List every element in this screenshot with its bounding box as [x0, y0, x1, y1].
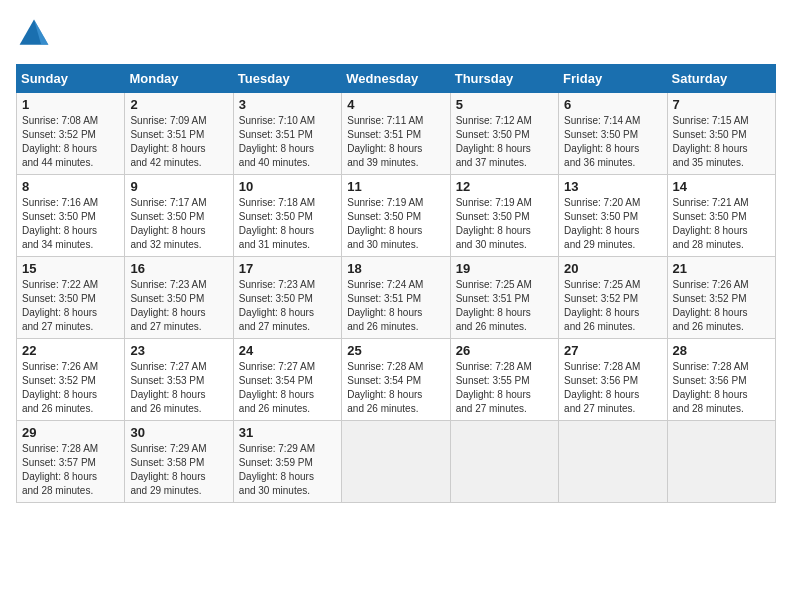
calendar-cell: 5Sunrise: 7:12 AMSunset: 3:50 PMDaylight… — [450, 93, 558, 175]
day-number: 31 — [239, 425, 336, 440]
day-info: Sunrise: 7:26 AMSunset: 3:52 PMDaylight:… — [673, 278, 770, 334]
day-info: Sunrise: 7:15 AMSunset: 3:50 PMDaylight:… — [673, 114, 770, 170]
day-info: Sunrise: 7:23 AMSunset: 3:50 PMDaylight:… — [130, 278, 227, 334]
calendar-cell: 2Sunrise: 7:09 AMSunset: 3:51 PMDaylight… — [125, 93, 233, 175]
calendar-cell: 15Sunrise: 7:22 AMSunset: 3:50 PMDayligh… — [17, 257, 125, 339]
calendar-header: SundayMondayTuesdayWednesdayThursdayFrid… — [17, 65, 776, 93]
weekday-tuesday: Tuesday — [233, 65, 341, 93]
day-info: Sunrise: 7:28 AMSunset: 3:55 PMDaylight:… — [456, 360, 553, 416]
weekday-thursday: Thursday — [450, 65, 558, 93]
day-info: Sunrise: 7:27 AMSunset: 3:54 PMDaylight:… — [239, 360, 336, 416]
calendar-cell: 9Sunrise: 7:17 AMSunset: 3:50 PMDaylight… — [125, 175, 233, 257]
calendar-cell — [667, 421, 775, 503]
day-number: 24 — [239, 343, 336, 358]
day-number: 2 — [130, 97, 227, 112]
day-number: 23 — [130, 343, 227, 358]
calendar-cell: 20Sunrise: 7:25 AMSunset: 3:52 PMDayligh… — [559, 257, 667, 339]
day-info: Sunrise: 7:23 AMSunset: 3:50 PMDaylight:… — [239, 278, 336, 334]
day-info: Sunrise: 7:25 AMSunset: 3:51 PMDaylight:… — [456, 278, 553, 334]
day-info: Sunrise: 7:09 AMSunset: 3:51 PMDaylight:… — [130, 114, 227, 170]
day-info: Sunrise: 7:10 AMSunset: 3:51 PMDaylight:… — [239, 114, 336, 170]
day-info: Sunrise: 7:14 AMSunset: 3:50 PMDaylight:… — [564, 114, 661, 170]
day-info: Sunrise: 7:20 AMSunset: 3:50 PMDaylight:… — [564, 196, 661, 252]
day-number: 10 — [239, 179, 336, 194]
day-info: Sunrise: 7:19 AMSunset: 3:50 PMDaylight:… — [456, 196, 553, 252]
day-info: Sunrise: 7:08 AMSunset: 3:52 PMDaylight:… — [22, 114, 119, 170]
calendar-week-row: 29Sunrise: 7:28 AMSunset: 3:57 PMDayligh… — [17, 421, 776, 503]
calendar-cell — [450, 421, 558, 503]
calendar-cell: 18Sunrise: 7:24 AMSunset: 3:51 PMDayligh… — [342, 257, 450, 339]
calendar-cell — [559, 421, 667, 503]
calendar-cell: 30Sunrise: 7:29 AMSunset: 3:58 PMDayligh… — [125, 421, 233, 503]
day-number: 8 — [22, 179, 119, 194]
weekday-wednesday: Wednesday — [342, 65, 450, 93]
day-info: Sunrise: 7:28 AMSunset: 3:54 PMDaylight:… — [347, 360, 444, 416]
page-header — [16, 16, 776, 52]
day-info: Sunrise: 7:29 AMSunset: 3:58 PMDaylight:… — [130, 442, 227, 498]
calendar-week-row: 22Sunrise: 7:26 AMSunset: 3:52 PMDayligh… — [17, 339, 776, 421]
calendar-week-row: 8Sunrise: 7:16 AMSunset: 3:50 PMDaylight… — [17, 175, 776, 257]
calendar-week-row: 15Sunrise: 7:22 AMSunset: 3:50 PMDayligh… — [17, 257, 776, 339]
weekday-header-row: SundayMondayTuesdayWednesdayThursdayFrid… — [17, 65, 776, 93]
weekday-monday: Monday — [125, 65, 233, 93]
weekday-friday: Friday — [559, 65, 667, 93]
calendar-cell — [342, 421, 450, 503]
day-number: 15 — [22, 261, 119, 276]
weekday-sunday: Sunday — [17, 65, 125, 93]
calendar-cell: 13Sunrise: 7:20 AMSunset: 3:50 PMDayligh… — [559, 175, 667, 257]
calendar-cell: 19Sunrise: 7:25 AMSunset: 3:51 PMDayligh… — [450, 257, 558, 339]
day-info: Sunrise: 7:16 AMSunset: 3:50 PMDaylight:… — [22, 196, 119, 252]
day-number: 5 — [456, 97, 553, 112]
day-number: 26 — [456, 343, 553, 358]
day-number: 28 — [673, 343, 770, 358]
day-number: 7 — [673, 97, 770, 112]
calendar-cell: 23Sunrise: 7:27 AMSunset: 3:53 PMDayligh… — [125, 339, 233, 421]
calendar-cell: 6Sunrise: 7:14 AMSunset: 3:50 PMDaylight… — [559, 93, 667, 175]
day-number: 6 — [564, 97, 661, 112]
calendar-cell: 14Sunrise: 7:21 AMSunset: 3:50 PMDayligh… — [667, 175, 775, 257]
calendar-cell: 31Sunrise: 7:29 AMSunset: 3:59 PMDayligh… — [233, 421, 341, 503]
day-number: 11 — [347, 179, 444, 194]
calendar-week-row: 1Sunrise: 7:08 AMSunset: 3:52 PMDaylight… — [17, 93, 776, 175]
day-number: 13 — [564, 179, 661, 194]
calendar-cell: 21Sunrise: 7:26 AMSunset: 3:52 PMDayligh… — [667, 257, 775, 339]
day-info: Sunrise: 7:26 AMSunset: 3:52 PMDaylight:… — [22, 360, 119, 416]
calendar-cell: 8Sunrise: 7:16 AMSunset: 3:50 PMDaylight… — [17, 175, 125, 257]
calendar-cell: 3Sunrise: 7:10 AMSunset: 3:51 PMDaylight… — [233, 93, 341, 175]
logo — [16, 16, 56, 52]
calendar-body: 1Sunrise: 7:08 AMSunset: 3:52 PMDaylight… — [17, 93, 776, 503]
calendar-cell: 11Sunrise: 7:19 AMSunset: 3:50 PMDayligh… — [342, 175, 450, 257]
day-info: Sunrise: 7:22 AMSunset: 3:50 PMDaylight:… — [22, 278, 119, 334]
calendar-cell: 10Sunrise: 7:18 AMSunset: 3:50 PMDayligh… — [233, 175, 341, 257]
day-info: Sunrise: 7:27 AMSunset: 3:53 PMDaylight:… — [130, 360, 227, 416]
weekday-saturday: Saturday — [667, 65, 775, 93]
day-number: 4 — [347, 97, 444, 112]
day-info: Sunrise: 7:19 AMSunset: 3:50 PMDaylight:… — [347, 196, 444, 252]
day-number: 27 — [564, 343, 661, 358]
day-number: 21 — [673, 261, 770, 276]
day-number: 19 — [456, 261, 553, 276]
calendar-cell: 16Sunrise: 7:23 AMSunset: 3:50 PMDayligh… — [125, 257, 233, 339]
day-info: Sunrise: 7:21 AMSunset: 3:50 PMDaylight:… — [673, 196, 770, 252]
day-number: 12 — [456, 179, 553, 194]
calendar-cell: 1Sunrise: 7:08 AMSunset: 3:52 PMDaylight… — [17, 93, 125, 175]
day-info: Sunrise: 7:29 AMSunset: 3:59 PMDaylight:… — [239, 442, 336, 498]
calendar-cell: 28Sunrise: 7:28 AMSunset: 3:56 PMDayligh… — [667, 339, 775, 421]
day-number: 18 — [347, 261, 444, 276]
day-info: Sunrise: 7:25 AMSunset: 3:52 PMDaylight:… — [564, 278, 661, 334]
calendar-table: SundayMondayTuesdayWednesdayThursdayFrid… — [16, 64, 776, 503]
day-info: Sunrise: 7:28 AMSunset: 3:57 PMDaylight:… — [22, 442, 119, 498]
calendar-cell: 27Sunrise: 7:28 AMSunset: 3:56 PMDayligh… — [559, 339, 667, 421]
logo-icon — [16, 16, 52, 52]
calendar-cell: 24Sunrise: 7:27 AMSunset: 3:54 PMDayligh… — [233, 339, 341, 421]
calendar-cell: 7Sunrise: 7:15 AMSunset: 3:50 PMDaylight… — [667, 93, 775, 175]
day-number: 20 — [564, 261, 661, 276]
calendar-cell: 25Sunrise: 7:28 AMSunset: 3:54 PMDayligh… — [342, 339, 450, 421]
day-number: 29 — [22, 425, 119, 440]
day-info: Sunrise: 7:17 AMSunset: 3:50 PMDaylight:… — [130, 196, 227, 252]
calendar-cell: 4Sunrise: 7:11 AMSunset: 3:51 PMDaylight… — [342, 93, 450, 175]
day-number: 25 — [347, 343, 444, 358]
day-info: Sunrise: 7:24 AMSunset: 3:51 PMDaylight:… — [347, 278, 444, 334]
day-number: 1 — [22, 97, 119, 112]
day-info: Sunrise: 7:12 AMSunset: 3:50 PMDaylight:… — [456, 114, 553, 170]
